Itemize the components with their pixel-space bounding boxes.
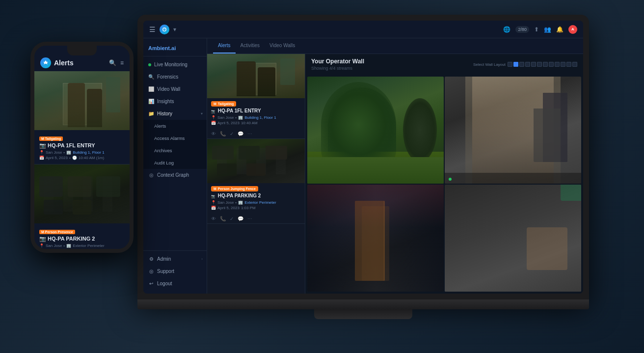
bell-icon[interactable]: 🔔 <box>556 26 564 33</box>
camera-status-1 <box>311 178 314 181</box>
phone-alert-info-2: M Person Presence 📷 HQ-PA PARKING 2 📍 Sa… <box>34 223 130 249</box>
sidebar-label-support: Support <box>157 269 174 274</box>
sidebar-item-support[interactable]: ◎ Support <box>143 265 207 277</box>
tab-video-walls[interactable]: Video Walls <box>265 38 300 54</box>
phone-alert-card-2[interactable]: M Person Presence 📷 HQ-PA PARKING 2 📍 Sa… <box>34 164 130 249</box>
sidebar-label-audit-log: Audit Log <box>154 160 174 165</box>
menu-icon[interactable]: ☰ <box>149 26 156 33</box>
phone-device: Alerts 🔍 ≡ <box>30 42 134 253</box>
layout-btn-10[interactable] <box>561 62 565 67</box>
video-cell-2[interactable] <box>445 77 581 184</box>
tab-alerts[interactable]: Alerts <box>213 38 236 54</box>
video-cell-3[interactable] <box>307 185 444 292</box>
layout-btn-8[interactable] <box>549 62 554 67</box>
layout-btn-2[interactable] <box>513 62 518 67</box>
phone-alert-meta-1a: 📍 San Jose • 🏢 Building 1, Floor 1 <box>39 150 125 155</box>
laptop-screen-outer: ☰ ▾ 🌐 2/80 ⬆ 👥 🔔 <box>137 15 589 299</box>
phone-action-icon-2[interactable]: 📞 <box>220 216 226 221</box>
layout-btn-6[interactable] <box>537 62 542 67</box>
check-action-icon-1[interactable]: ✓ <box>230 131 234 136</box>
context-graph-icon: ◎ <box>148 172 154 178</box>
layout-btn-7[interactable] <box>543 62 548 67</box>
video-wall-icon: ⬜ <box>148 86 154 92</box>
users-icon[interactable]: 👥 <box>544 26 551 33</box>
phone-alert-thumb-2 <box>34 164 130 223</box>
phone-header-left: Alerts <box>40 57 74 68</box>
layout-options <box>508 62 577 67</box>
logo-icon <box>160 25 169 34</box>
video-wall-subtitle: Showing 4/4 streams <box>311 66 364 71</box>
sidebar-item-live-monitoring[interactable]: Live Monitoring <box>143 58 207 71</box>
user-avatar[interactable]: A <box>568 25 577 34</box>
history-icon: 📁 <box>148 111 154 116</box>
layout-selector: Select Wall Layout <box>473 62 577 67</box>
alert-card-1[interactable]: M Tailgating 📷 HQ-PA 1FL ENTRY <box>207 54 305 139</box>
comment-action-icon-2[interactable]: 💬 <box>238 216 243 221</box>
sidebar-item-admin[interactable]: ⚙ Admin › <box>143 253 207 265</box>
laptop-base <box>137 299 589 309</box>
sidebar-item-audit-log[interactable]: Audit Log <box>143 157 207 169</box>
layout-btn-1[interactable] <box>508 62 512 67</box>
sidebar-item-forensics[interactable]: 🔍 Forensics <box>143 71 207 83</box>
eye-action-icon-2[interactable]: 👁 <box>211 216 216 221</box>
sidebar-item-alerts[interactable]: Alerts <box>143 120 207 132</box>
alert-actions-1: 👁 📞 ✓ 💬 ⋯ <box>207 129 305 138</box>
alert-meta-2a: 📍 San Jose • 🏢 Exterior Perimeter <box>211 200 301 205</box>
phone-action-icon-1[interactable]: 📞 <box>220 131 226 136</box>
video-cell-4[interactable] <box>445 185 581 292</box>
layout-btn-4[interactable] <box>525 62 530 67</box>
phone-alert-meta-1b: 📅 April 5, 2023 • 🕙 10:40 AM (1m) <box>39 156 125 160</box>
globe-icon[interactable]: 🌐 <box>503 26 510 33</box>
bldg-icon-1: 🏢 <box>238 115 243 120</box>
tab-activities[interactable]: Activities <box>236 38 265 54</box>
eye-action-icon-1[interactable]: 👁 <box>211 131 216 136</box>
laptop-device: ☰ ▾ 🌐 2/80 ⬆ 👥 🔔 <box>137 15 589 329</box>
sidebar-item-logout[interactable]: ↩ Logout <box>143 277 207 290</box>
loc-icon-2: 📍 <box>211 200 216 205</box>
layout-btn-12[interactable] <box>572 62 577 67</box>
layout-btn-11[interactable] <box>566 62 571 67</box>
video-cell-1[interactable] <box>307 77 444 184</box>
alert-actions-2: 👁 📞 ✓ 💬 ⋯ <box>207 214 305 223</box>
sidebar: Ambient.ai Live Monitoring 🔍 Forensics ⬜ <box>143 38 207 294</box>
phone-filter-icon[interactable]: ≡ <box>120 59 124 66</box>
sidebar-item-history[interactable]: 📁 History ▾ <box>143 108 207 120</box>
sidebar-item-insights[interactable]: 📊 Insights <box>143 95 207 108</box>
check-action-icon-2[interactable]: ✓ <box>230 216 234 221</box>
sidebar-item-archives[interactable]: Archives <box>143 144 207 157</box>
insights-icon: 📊 <box>148 99 154 104</box>
upload-icon[interactable]: ⬆ <box>534 26 539 33</box>
phone-alert-card-1[interactable]: M Tailgating 📷 HQ-PA 1FL ENTRY 📍 San Jos… <box>34 71 130 164</box>
phone-alert-title-2: 📷 HQ-PA PARKING 2 <box>39 236 125 242</box>
layout-btn-9[interactable] <box>555 62 560 67</box>
location-icon-1: 📍 <box>39 150 44 155</box>
sidebar-item-access-alarms[interactable]: Access Alarms <box>143 132 207 144</box>
phone-search-icon[interactable]: 🔍 <box>109 59 116 66</box>
video-wall: Your Operator Wall Showing 4/4 streams S… <box>305 54 583 294</box>
sidebar-item-context-graph[interactable]: ◎ Context Graph <box>143 169 207 181</box>
dropdown-icon[interactable]: ▾ <box>173 26 176 33</box>
alert-thumb-1 <box>207 54 305 98</box>
more-action-icon-2[interactable]: ⋯ <box>247 216 252 221</box>
video-feed-room <box>445 185 581 292</box>
main-content: Alerts Activities Video Walls <box>207 38 583 294</box>
header-left: ☰ ▾ <box>149 25 176 34</box>
camera-icon-2: 📷 <box>39 236 48 242</box>
layout-btn-5[interactable] <box>531 62 536 67</box>
phone-alert-badge-1: M Tailgating <box>39 136 63 141</box>
comment-action-icon-1[interactable]: 💬 <box>238 131 243 136</box>
sidebar-label-live: Live Monitoring <box>154 62 188 67</box>
more-action-icon-1[interactable]: ⋯ <box>247 131 252 136</box>
sidebar-item-video-wall[interactable]: ⬜ Video Wall <box>143 83 207 95</box>
video-wall-header: Your Operator Wall Showing 4/4 streams S… <box>305 54 583 75</box>
admin-arrow-icon: › <box>201 257 203 261</box>
loc-icon-1: 📍 <box>211 115 216 120</box>
alerts-panel: M Tailgating 📷 HQ-PA 1FL ENTRY <box>207 54 305 294</box>
main-tabs: Alerts Activities Video Walls <box>207 38 583 54</box>
live-dot <box>148 63 151 66</box>
video-wall-title: Your Operator Wall <box>311 58 364 65</box>
alert-card-2[interactable]: M Person Jumping Fence 📷 HQ-PA PARKING 2 <box>207 139 305 224</box>
layout-btn-3[interactable] <box>519 62 524 67</box>
app-header: ☰ ▾ 🌐 2/80 ⬆ 👥 🔔 <box>143 21 583 38</box>
alert-badge-1: M Tailgating <box>211 101 236 107</box>
